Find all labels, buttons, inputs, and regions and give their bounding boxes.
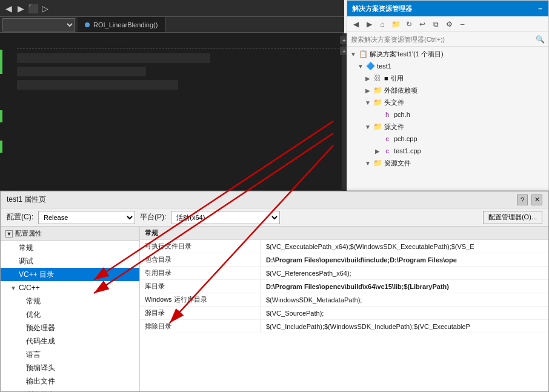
- tree-arrow-test1-cpp: ▶: [374, 148, 381, 154]
- prop-value-reference[interactable]: $(VC_ReferencesPath_x64);: [261, 270, 548, 277]
- prop-row-reference: 引用目录 $(VC_ReferencesPath_x64);: [140, 267, 548, 280]
- toolbar-back-btn[interactable]: ◀: [350, 18, 362, 30]
- tab-filename: ROI_LinearBlending(): [93, 21, 158, 28]
- tree-arrow-external: ▶: [364, 87, 371, 94]
- toolbar-close-btn[interactable]: –: [456, 18, 468, 30]
- platform-label: 平台(P):: [140, 212, 166, 222]
- run-icon[interactable]: ▷: [40, 4, 50, 13]
- prop-value-source[interactable]: $(VC_SourcePath);: [261, 310, 548, 317]
- prop-tree-debug[interactable]: 调试: [1, 254, 139, 268]
- search-icon: 🔍: [536, 35, 545, 44]
- tree-item-external[interactable]: ▶ 📁 外部依赖项: [347, 84, 548, 96]
- prop-vcpp-label: VC++ 目录: [19, 270, 54, 280]
- solution-panel-titlebar: 解决方案资源管理器 –: [347, 1, 548, 16]
- tree-item-headers[interactable]: ▼ 📁 头文件: [347, 96, 548, 108]
- prop-value-include[interactable]: D:\Program Files\opencv\build\include;D:…: [261, 256, 548, 264]
- close-button[interactable]: ✕: [531, 194, 542, 205]
- stop-icon[interactable]: ⬛: [28, 4, 38, 13]
- panel-pin-btn[interactable]: –: [537, 4, 544, 13]
- tree-item-test1-cpp[interactable]: ▶ c test1.cpp: [347, 145, 548, 157]
- prop-output-label: 输出文件: [26, 376, 55, 387]
- tree-arrow-sources: ▼: [364, 124, 371, 130]
- prop-value-winrt[interactable]: $(WindowsSDK_MetadataPath);: [261, 296, 548, 304]
- project-label: test1: [377, 62, 391, 70]
- tree-item-pch-h[interactable]: h pch.h: [347, 108, 548, 121]
- prop-tree-language[interactable]: 语言: [1, 348, 139, 361]
- toolbar-undo-btn[interactable]: ↩: [416, 18, 428, 30]
- dialog-title-buttons: ? ✕: [517, 194, 542, 205]
- tree-item-ref[interactable]: ▶ ⛓ ■ 引用: [347, 72, 548, 84]
- prop-precomp-label: 预编译头: [26, 363, 55, 373]
- dialog-config-bar: 配置(C): Release 平台(P): 活动(x64) 配置管理器(O)..…: [1, 208, 548, 227]
- help-button[interactable]: ?: [517, 194, 528, 205]
- solution-icon: 📋: [358, 49, 368, 59]
- tree-item-solution[interactable]: ▼ 📋 解决方案'test1'(1 个项目): [347, 48, 548, 60]
- prop-tree-precomp[interactable]: 预编译头: [1, 361, 139, 374]
- prop-row-include: 包含目录 D:\Program Files\opencv\build\inclu…: [140, 253, 548, 267]
- headers-label: 头文件: [384, 98, 404, 107]
- toolbar-copy-btn[interactable]: ⧉: [430, 18, 442, 30]
- external-icon: 📁: [373, 85, 382, 95]
- properties-left-panel: ▼ 配置属性 常规 调试 VC++ 目录 ▼ C/C++ 常规: [1, 227, 140, 391]
- dialog-body: ▼ 配置属性 常规 调试 VC++ 目录 ▼ C/C++ 常规: [1, 227, 548, 391]
- solution-search-input[interactable]: [351, 36, 536, 43]
- code-editor: ◀ ▶ ⬛ ▷ ROI_LinearBlending(): [0, 0, 344, 191]
- tree-arrow-headers: ▼: [364, 99, 371, 106]
- prop-language-label: 语言: [26, 350, 41, 360]
- solution-root-label: 解决方案'test1'(1 个项目): [370, 50, 444, 59]
- tree-item-pch-cpp[interactable]: c pch.cpp: [347, 133, 548, 145]
- config-manager-button[interactable]: 配置管理器(O)...: [483, 211, 542, 224]
- prop-codegen-label: 代码生成: [26, 336, 55, 347]
- green-indicator-1: [0, 50, 2, 74]
- prop-tree-general[interactable]: 常规: [1, 241, 139, 254]
- prop-section-title: 常规: [145, 228, 158, 238]
- tree-arrow-project: ▼: [357, 63, 364, 70]
- toolbar-refresh-btn[interactable]: ↻: [403, 18, 415, 30]
- prop-tree-preprocessor[interactable]: 预处理器: [1, 321, 139, 334]
- prop-tree-browse[interactable]: 浏览信息: [1, 388, 139, 391]
- tree-item-sources[interactable]: ▼ 📁 源文件: [347, 121, 548, 133]
- prop-tree-cpp[interactable]: ▼ C/C++: [1, 281, 139, 294]
- prop-row-exclude: 排除目录 $(VC_IncludePath);$(WindowsSDK_Incl…: [140, 320, 548, 333]
- platform-select[interactable]: 活动(x64): [171, 211, 280, 224]
- editor-tab[interactable]: ROI_LinearBlending(): [78, 17, 165, 32]
- prop-tree-vcpp[interactable]: VC++ 目录: [1, 268, 139, 281]
- prop-optimize-label: 优化: [26, 310, 41, 320]
- forward-icon[interactable]: ▶: [16, 4, 25, 13]
- green-indicator-2: [0, 110, 2, 122]
- prop-row-executable: 可执行文件目录 $(VC_ExecutablePath_x64);$(Windo…: [140, 240, 548, 253]
- config-select[interactable]: Release: [38, 211, 135, 224]
- prop-name-lib: 库目录: [140, 280, 261, 293]
- code-line-separator: [17, 38, 339, 48]
- toolbar-forward-btn[interactable]: ▶: [363, 18, 375, 30]
- properties-dialog: test1 属性页 ? ✕ 配置(C): Release 平台(P): 活动(x…: [0, 191, 549, 392]
- file-dropdown[interactable]: [2, 18, 75, 32]
- pch-h-label: pch.h: [394, 111, 410, 118]
- toolbar-folder-btn[interactable]: 📁: [390, 18, 402, 30]
- tree-item-resources[interactable]: ▼ 📁 资源文件: [347, 157, 548, 169]
- prop-name-reference: 引用目录: [140, 267, 261, 279]
- file-cpp-icon: c: [382, 134, 392, 144]
- prop-cpp-general-label: 常规: [26, 296, 41, 307]
- solution-panel-title: 解决方案资源管理器: [352, 4, 412, 13]
- panel-search-bar: 🔍: [347, 32, 548, 47]
- prop-value-exclude[interactable]: $(VC_IncludePath);$(WindowsSDK_IncludePa…: [261, 323, 548, 330]
- tree-item-project[interactable]: ▼ 🔷 test1: [347, 60, 548, 72]
- prop-value-executable[interactable]: $(VC_ExecutablePath_x64);$(WindowsSDK_Ex…: [261, 243, 548, 250]
- prop-tree-cpp-general[interactable]: 常规: [1, 294, 139, 308]
- panel-title-actions: –: [537, 4, 544, 13]
- prop-browse-label: 浏览信息: [26, 390, 55, 392]
- prop-tree-codegen[interactable]: 代码生成: [1, 334, 139, 348]
- prop-value-lib[interactable]: D:\Program Files\opencv\build\x64\vc15\l…: [261, 283, 548, 290]
- properties-right-panel: 常规 可执行文件目录 $(VC_ExecutablePath_x64);$(Wi…: [140, 227, 548, 391]
- test1-cpp-icon: c: [382, 146, 392, 156]
- prop-tree-optimize[interactable]: 优化: [1, 308, 139, 321]
- test1-cpp-label: test1.cpp: [394, 147, 421, 154]
- dialog-titlebar: test1 属性页 ? ✕: [1, 191, 548, 208]
- editor-tab-bar: ROI_LinearBlending(): [0, 17, 344, 33]
- prop-tree-output[interactable]: 输出文件: [1, 374, 139, 388]
- back-icon[interactable]: ◀: [4, 4, 13, 13]
- collapse-all-icon[interactable]: ▼: [5, 230, 13, 238]
- toolbar-settings-btn[interactable]: ⚙: [443, 18, 455, 30]
- toolbar-home-btn[interactable]: ⌂: [376, 18, 388, 30]
